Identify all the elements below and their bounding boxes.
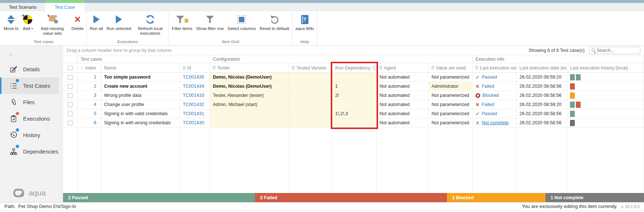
filter-items-button[interactable]: Filter items xyxy=(170,13,194,32)
search-box[interactable] xyxy=(589,47,640,54)
cell-id-link[interactable]: TC001430 xyxy=(180,118,210,127)
execution-status-link[interactable]: ✓Passed xyxy=(475,75,497,80)
execution-status-link[interactable]: ✕Failed xyxy=(475,102,494,107)
cell-tested-version[interactable] xyxy=(289,82,332,91)
delete-button[interactable]: ✕Delete xyxy=(70,13,85,32)
cell-id-link[interactable]: TC001432 xyxy=(180,100,210,109)
column-filter-icon xyxy=(213,65,215,71)
cell-id-link[interactable]: TC001435 xyxy=(180,73,210,82)
sidebar-item-files[interactable]: Files xyxy=(0,94,59,110)
execution-status-link[interactable]: ✓Passed xyxy=(475,111,497,117)
execution-status-link[interactable]: ✕Not complete xyxy=(475,120,509,126)
add-missing-value-sets-button[interactable]: +Add missing value sets xyxy=(35,13,70,37)
cell-tested-version[interactable] xyxy=(289,73,332,82)
sidebar-item-executions[interactable]: Executions xyxy=(0,110,59,127)
sidebar-item-history[interactable]: History xyxy=(0,127,59,143)
show-filter-row-button[interactable]: Show filter row xyxy=(194,13,225,32)
column-header-tested-version[interactable]: Tested Version xyxy=(289,63,332,72)
cell-run-dependency[interactable]: 1 xyxy=(332,82,377,91)
column-header-last-execution-history-local[interactable]: Last execution history (local) xyxy=(567,63,644,72)
tab-test-case[interactable]: Test Case xyxy=(45,3,84,11)
cell-tested-version[interactable] xyxy=(289,100,332,109)
column-header-last-execution-statu[interactable]: Last execution statu... xyxy=(473,63,517,72)
column-header-value-set-used[interactable]: Value set used xyxy=(429,63,473,72)
aqua-wiki-button[interactable]: ?aqua Wiki xyxy=(293,13,316,32)
move-to-button[interactable]: Move to xyxy=(2,13,21,32)
cell-run-dependency[interactable]: 1!,2!,3 xyxy=(332,109,377,118)
cell-run-dependency[interactable] xyxy=(332,100,377,109)
cell-value-set[interactable]: Not parameterized xyxy=(429,91,473,100)
select-all-checkbox[interactable] xyxy=(68,65,73,70)
refresh-local-executions-button[interactable]: Refresh local executions xyxy=(133,13,167,37)
column-header-id[interactable]: Id xyxy=(180,63,210,72)
cell-value-set[interactable]: Not parameterized xyxy=(429,109,473,118)
column-header-last-execution-date-local[interactable]: Last execution date (local) xyxy=(517,63,567,72)
column-header-tester[interactable]: Tester xyxy=(210,63,289,72)
select-columns-button[interactable]: Select columns xyxy=(226,13,258,32)
cell-execution-date: 26.02.2020 08:58:56 xyxy=(517,82,567,91)
row-checkbox[interactable] xyxy=(68,84,73,89)
column-header-run-dependency[interactable]: Run Dependency? xyxy=(332,63,377,72)
cell-id-link[interactable]: TC001431 xyxy=(180,109,210,118)
cell-tester[interactable] xyxy=(210,109,289,118)
cell-name[interactable]: Signing in with valid credentials xyxy=(101,109,180,118)
row-checkbox[interactable] xyxy=(68,75,73,80)
button-label: Move to xyxy=(4,26,19,31)
run-all-button[interactable]: Run all xyxy=(88,13,105,32)
help-icon[interactable]: ? xyxy=(373,65,377,70)
notification-dot xyxy=(16,145,19,148)
add-button[interactable]: +Add▾ xyxy=(21,13,35,32)
run-selected-button[interactable]: Run selected xyxy=(105,13,133,32)
cell-agent: Not automated xyxy=(377,73,429,82)
row-checkbox[interactable] xyxy=(68,93,73,98)
cell-run-dependency[interactable]: 2! xyxy=(332,91,377,100)
row-checkbox[interactable] xyxy=(68,121,73,125)
cell-tester[interactable]: Demo, Nicolas (DemoUser) xyxy=(210,82,289,91)
row-checkbox[interactable] xyxy=(68,102,73,107)
cell-run-dependency[interactable] xyxy=(332,118,377,127)
cell-value-set[interactable]: Not parameterized xyxy=(429,118,473,127)
column-header-label: Last execution date (local) xyxy=(519,65,567,71)
column-header-agent[interactable]: Agent xyxy=(377,63,429,72)
cell-tester[interactable]: Tester, Alexander (tester) xyxy=(210,91,289,100)
cell-id-link[interactable]: TC001433 xyxy=(180,91,210,100)
cell-tested-version[interactable] xyxy=(289,109,332,118)
cell-name[interactable]: Signing in with wrong credentials xyxy=(101,118,180,127)
cell-value-set[interactable]: Administrator xyxy=(429,82,473,91)
column-header-name[interactable]: Name xyxy=(101,63,180,72)
column-header-label: Last execution history (local) xyxy=(570,65,628,71)
button-label: Add xyxy=(23,26,30,31)
cell-name[interactable]: Create new account xyxy=(101,82,180,91)
cell-name[interactable]: Change user profile xyxy=(101,100,180,109)
sort-ascending-icon: ↑ xyxy=(81,65,83,71)
column-header-index[interactable]: ↑Index xyxy=(78,63,101,72)
cell-tested-version[interactable] xyxy=(289,91,332,100)
cell-execution-date: 26.02.2020 08:58:56 xyxy=(517,91,567,100)
cell-tested-version[interactable] xyxy=(289,118,332,127)
cell-execution-date: 26.02.2020 08:59:20 xyxy=(517,100,567,109)
sidebar-item-dependencies[interactable]: Dependencies xyxy=(0,143,59,160)
group-by-bar[interactable]: Drag a column header here to group by th… xyxy=(63,46,644,55)
cell-tester[interactable]: Admin, Michael (start) xyxy=(210,100,289,109)
sidebar-item-details[interactable]: Details xyxy=(0,61,59,77)
cell-name[interactable]: Wrong profile data xyxy=(101,91,180,100)
sidebar-item-label: History xyxy=(23,132,40,138)
sidebar-collapse-button[interactable]: ‹ xyxy=(0,46,59,61)
search-input[interactable] xyxy=(597,48,638,53)
cell-value-set[interactable]: Not parameterized xyxy=(429,100,473,109)
cell-tester[interactable] xyxy=(210,118,289,127)
execution-status-link[interactable]: ✕Failed xyxy=(475,84,494,89)
cell-run-dependency[interactable] xyxy=(332,73,377,82)
sidebar-item-label: Test Cases xyxy=(23,83,50,89)
cell-id-link[interactable]: TC001434 xyxy=(180,82,210,91)
reset-to-default-button[interactable]: Reset to default xyxy=(258,13,291,32)
tab-test-scenario[interactable]: Test Scenario xyxy=(0,3,45,11)
cell-name[interactable]: Too simple password xyxy=(101,73,180,82)
execution-status-link[interactable]: Blocked xyxy=(475,93,499,98)
cell-tester[interactable]: Demo, Nicolas (DemoUser) xyxy=(210,73,289,82)
cell-execution-history xyxy=(567,100,644,109)
sidebar-item-test-cases[interactable]: Test Cases xyxy=(0,77,59,94)
cell-value-set[interactable]: Not parameterized xyxy=(429,73,473,82)
notification-dot xyxy=(16,112,19,115)
row-checkbox[interactable] xyxy=(68,111,73,116)
